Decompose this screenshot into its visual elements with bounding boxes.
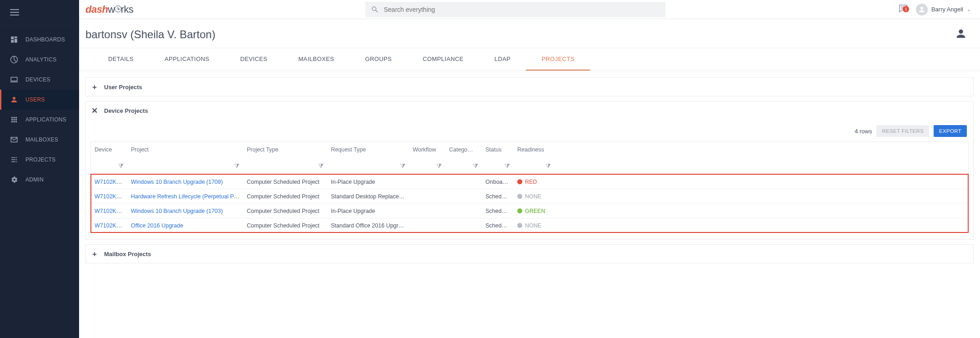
table-row: W7102K5R1Windows 10 Branch Upgrade (1709… (91, 174, 968, 189)
tab-applications[interactable]: APPLICATIONS (149, 48, 225, 71)
tab-compliance[interactable]: COMPLIANCE (407, 48, 479, 71)
column-header[interactable]: Status (482, 142, 514, 157)
column-header[interactable]: Workflow (409, 142, 445, 157)
reset-filters-button[interactable]: RESET FILTERS (876, 125, 929, 137)
sidebar: DASHBOARDSANALYTICSDEVICESUSERSAPPLICATI… (0, 0, 79, 338)
column-header[interactable]: Request Type (327, 142, 409, 157)
column-filter[interactable]: ⧩ (127, 157, 243, 174)
filter-icon: ⧩ (505, 162, 510, 169)
column-filter[interactable]: ⧩ (482, 157, 514, 174)
topbar: dashwrks 1 Barry Angell ⌄ (79, 0, 980, 19)
notifications-button[interactable]: 1 (898, 3, 909, 15)
filter-icon: ⧩ (545, 162, 551, 169)
cell: Computer Scheduled Project (243, 189, 327, 204)
project-link[interactable]: Office 2016 Upgrade (131, 222, 183, 229)
column-filter[interactable]: ⧩ (445, 157, 482, 174)
tab-mailboxes[interactable]: MAILBOXES (283, 48, 350, 71)
cell: Scheduled (482, 218, 514, 233)
sidebar-item-analytics[interactable]: ANALYTICS (0, 50, 79, 70)
search-input[interactable] (384, 6, 660, 13)
cell (409, 177, 445, 187)
panel-mailbox-projects: + Mailbox Projects (85, 244, 974, 263)
user-menu[interactable]: Barry Angell ⌄ (916, 4, 971, 15)
sidebar-item-devices[interactable]: DEVICES (0, 70, 79, 90)
sidebar-item-label: MAILBOXES (25, 136, 58, 143)
device-link[interactable]: W7102K5R1 (95, 193, 127, 200)
panel-header-device-projects[interactable]: ✕ Device Projects (86, 101, 973, 120)
sidebar-nav: DASHBOARDSANALYTICSDEVICESUSERSAPPLICATI… (0, 25, 79, 190)
cell: Standard Desktop Replacement (327, 189, 409, 204)
sidebar-item-admin[interactable]: ADMIN (0, 170, 79, 190)
column-filter[interactable]: ⧩ (243, 157, 327, 174)
menu-toggle[interactable] (10, 9, 19, 15)
cell: In-Place Upgrade (327, 174, 409, 190)
cell: NONE (514, 189, 555, 204)
plus-icon: + (91, 84, 98, 90)
panel-title: Device Projects (104, 107, 148, 114)
column-header[interactable]: Device (91, 142, 127, 157)
cell: Computer Scheduled Project (243, 218, 327, 233)
tab-ldap[interactable]: LDAP (479, 48, 526, 71)
sidebar-item-label: APPLICATIONS (25, 116, 66, 123)
notif-count: 1 (903, 6, 909, 12)
person-icon (955, 27, 967, 41)
global-search[interactable] (365, 2, 665, 17)
sidebar-item-users[interactable]: USERS (0, 90, 79, 110)
cell (445, 192, 482, 201)
cell (409, 207, 445, 216)
device-link[interactable]: W7102K5R1 (95, 208, 127, 214)
project-link[interactable]: Windows 10 Branch Upgrade (1703) (131, 208, 223, 214)
panel-header-user-projects[interactable]: + User Projects (86, 78, 973, 96)
cell: Standard Office 2016 Upgrade (327, 218, 409, 233)
svg-point-1 (16, 159, 17, 160)
column-filter[interactable]: ⧩ (409, 157, 445, 174)
column-header[interactable]: Project Type (243, 142, 327, 157)
close-icon: ✕ (91, 107, 98, 114)
status-dot (517, 208, 522, 213)
panel-title: User Projects (104, 84, 142, 91)
column-header[interactable]: Project (127, 142, 243, 157)
sidebar-item-mailboxes[interactable]: MAILBOXES (0, 130, 79, 150)
table-row: W7102K5R1Office 2016 UpgradeComputer Sch… (91, 218, 968, 232)
tab-details[interactable]: DETAILS (93, 48, 149, 71)
cell: Computer Scheduled Project (243, 174, 327, 190)
sidebar-item-projects[interactable]: PROJECTS (0, 150, 79, 170)
project-link[interactable]: Hardware Refresh Lifecycle (Perpetual Pr… (131, 193, 243, 200)
export-button[interactable]: EXPORT (934, 125, 967, 137)
table-row: W7102K5R1Hardware Refresh Lifecycle (Per… (91, 189, 968, 203)
chevron-down-icon: ⌄ (967, 6, 971, 12)
tab-devices[interactable]: DEVICES (225, 48, 283, 71)
row-count: 4 rows (855, 128, 872, 135)
filter-icon: ⧩ (473, 162, 478, 169)
column-filter[interactable]: ⧩ (91, 157, 127, 174)
sidebar-item-dashboards[interactable]: DASHBOARDS (0, 30, 79, 50)
device-link[interactable]: W7102K5R1 (95, 222, 127, 229)
tab-projects[interactable]: PROJECTS (526, 48, 590, 71)
cell (445, 177, 482, 187)
plus-icon: + (91, 251, 98, 257)
column-header[interactable]: Catego… (445, 142, 482, 157)
search-icon (371, 5, 379, 14)
cell: In-Place Upgrade (327, 203, 409, 219)
column-filter[interactable]: ⧩ (514, 157, 555, 174)
cell: RED (514, 174, 555, 190)
cell: Onboarded (482, 174, 514, 190)
table-row: W7102K5R1Windows 10 Branch Upgrade (1703… (91, 203, 968, 218)
panel-header-mailbox-projects[interactable]: + Mailbox Projects (86, 245, 973, 263)
device-link[interactable]: W7102K5R1 (95, 179, 127, 185)
page-title: bartonsv (Sheila V. Barton) (85, 28, 215, 41)
page-header: bartonsv (Sheila V. Barton) (79, 19, 980, 48)
project-link[interactable]: Windows 10 Branch Upgrade (1709) (131, 179, 223, 185)
tab-groups[interactable]: GROUPS (350, 48, 407, 71)
user-name: Barry Angell (931, 6, 963, 13)
cell: Scheduled (482, 189, 514, 204)
sidebar-item-applications[interactable]: APPLICATIONS (0, 110, 79, 130)
status-dot (517, 179, 522, 184)
column-filter[interactable]: ⧩ (327, 157, 409, 174)
filter-icon: ⧩ (318, 162, 324, 169)
svg-point-2 (16, 161, 17, 162)
sidebar-item-label: ADMIN (25, 177, 44, 183)
sidebar-item-label: ANALYTICS (25, 56, 57, 63)
status-dot (517, 194, 522, 199)
column-header[interactable]: Readiness (514, 142, 555, 157)
